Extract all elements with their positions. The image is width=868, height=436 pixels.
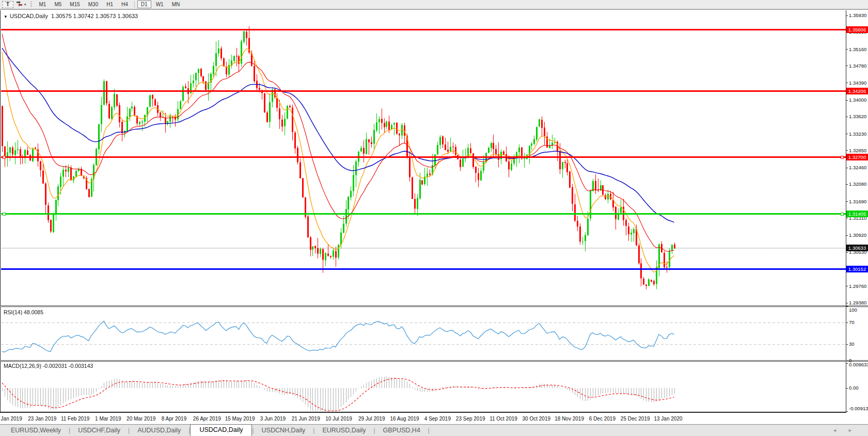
price-tick-mark [846,15,848,16]
price-hline-label: 1.32700 [846,154,868,160]
price-tick-mark [846,100,848,101]
tab-usdcnh-daily[interactable]: USDCNH,Daily [254,425,313,436]
rsi-level-label: 100 [849,307,868,313]
tab-scroll-left-icon[interactable]: ◄ [832,428,837,433]
price-tick-mark [846,117,848,117]
price-tick-mark [846,168,848,168]
hline-handle[interactable] [3,156,6,159]
price-tick-mark [846,134,848,134]
price-tick-mark [846,66,848,66]
price-hline[interactable] [1,29,846,30]
chart-left-border [0,10,1,412]
toolbar-grip[interactable] [30,2,32,8]
rsi-level-label: 30 [849,341,868,347]
tab-scroll-right-icon[interactable]: ► [848,428,853,433]
sort-arrows-icon [15,1,23,8]
price-hline-label: 1.34206 [846,88,868,94]
symbol-dropdown-icon[interactable]: ▼ [4,14,8,19]
tab-usdcad-daily[interactable]: USDCAD,Daily [190,424,252,436]
date-axis: 4 Jan 201923 Jan 201911 Feb 20191 Mar 20… [0,413,868,424]
price-hline-label: 1.35606 [846,26,868,33]
price-tick-mark [846,49,848,50]
price-tick-label: 1.34780 [849,63,868,69]
price-tick-label: 1.29760 [849,283,868,289]
rsi-tick-mark [846,344,848,345]
rsi-level-label: 70 [849,319,868,325]
toolbar-separator [134,2,135,8]
timeframe-mn-button[interactable]: MN [168,1,184,8]
price-hline-label: 1.30152 [846,266,868,272]
chart-tabbar: EURUSD,Weekly|USDCHF,Daily|AUDUSD,Daily|… [0,424,868,436]
price-tick-label: 1.29380 [849,300,868,305]
macd-tick-mark [846,411,848,412]
macd-canvas[interactable] [1,362,846,412]
price-tick-label: 1.30920 [849,232,868,238]
price-tick-label: 1.34000 [849,97,868,103]
chevron-down-icon[interactable]: ▾ [24,3,26,7]
tab-separator: | [428,427,430,436]
timeframe-w1-button[interactable]: W1 [152,1,167,8]
timeframe-m15-button[interactable]: M15 [66,1,83,8]
price-tick-label: 1.34390 [849,80,868,86]
price-hline[interactable] [1,156,846,158]
price-tick-mark [846,150,848,151]
timeframe-group: M1M5M15M30H1H4D1W1MN [35,1,184,8]
price-hline-label: 1.31405 [846,211,868,217]
price-tick-label: 1.35160 [849,46,868,52]
price-hline[interactable] [1,90,846,92]
price-tick-label: 1.33620 [849,114,868,119]
price-tick-mark [846,286,848,286]
rsi-tick-mark [846,306,848,306]
rsi-tick-mark [846,360,848,361]
toolbar: T ▾ M1M5M15M30H1H4D1W1MN [0,0,868,9]
price-tick-mark [846,218,848,218]
timeframe-m30-button[interactable]: M30 [85,1,102,8]
timeframe-m5-button[interactable]: M5 [51,1,65,8]
price-tick-label: 1.32460 [849,165,868,170]
price-tick-mark [846,83,848,83]
tab-audusd-daily[interactable]: AUDUSD,Daily [130,425,188,436]
hline-handle[interactable] [3,213,6,216]
price-tick-label: 1.33230 [849,131,868,137]
macd-axis-label: 0.00 [849,385,868,391]
price-tick-mark [846,252,848,253]
chart-symbol: USDCAD,Daily [10,13,48,19]
current-price-label: 1.30633 [846,245,868,251]
tab-usdchf-daily[interactable]: USDCHF,Daily [70,425,128,436]
timeframe-h4-button[interactable]: H4 [118,1,132,8]
macd-tick-mark [846,363,848,364]
macd-axis-label: 0.009633 [849,362,868,367]
price-tick-label: 1.32080 [849,181,868,187]
rsi-label: RSI(14) 48.0085 [4,309,43,315]
rsi-tick-mark [846,322,848,323]
price-tick-mark [846,303,848,303]
price-tick-mark [846,184,848,185]
timeframe-m1-button[interactable]: M1 [36,1,50,8]
price-tick-mark [846,235,848,236]
tab-gbpusd-h4[interactable]: GBPUSD,H4 [375,425,428,436]
mt4-window: T ▾ M1M5M15M30H1H4D1W1MN ▼USDCAD,Daily 1… [0,0,868,436]
text-tool-button[interactable]: T [2,1,13,8]
macd-label: MACD(12,26,9) -0.002031 -0.003143 [4,363,93,369]
tab-eurusd-weekly[interactable]: EURUSD,Weekly [3,425,69,436]
hline-handle[interactable] [841,213,844,216]
timeframe-d1-button[interactable]: D1 [137,1,151,8]
price-tick-label: 1.31690 [849,199,868,204]
timeframe-h1-button[interactable]: H1 [103,1,117,8]
price-hline[interactable] [1,213,846,215]
chart-ohlc: 1.30575 1.30742 1.30573 1.30633 [51,13,138,19]
rsi-canvas[interactable] [1,307,846,360]
macd-axis-label: -0.009134 [849,406,868,411]
macd-tick-mark [846,388,848,389]
arrange-arrows-button[interactable]: ▾ [15,1,26,8]
tab-eurusd-daily[interactable]: EURUSD,Daily [314,425,373,436]
price-tick-label: 1.32850 [849,148,868,153]
price-tick-mark [846,201,848,202]
price-tick-label: 1.35930 [849,12,868,18]
chart-title: ▼USDCAD,Daily 1.30575 1.30742 1.30573 1.… [4,13,138,19]
hline-handle[interactable] [841,156,844,159]
date-tick-label: 13 Jan 2020 [648,416,689,422]
price-hline[interactable] [1,268,846,270]
